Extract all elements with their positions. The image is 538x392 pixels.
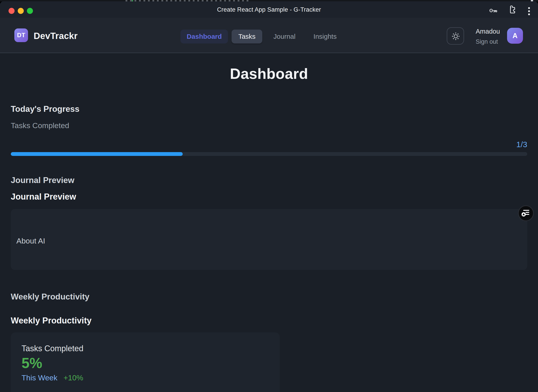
avatar[interactable]: A bbox=[507, 28, 523, 44]
stat-period: This Week bbox=[22, 373, 57, 382]
journal-section-heading: Journal Preview bbox=[11, 176, 74, 185]
progress-label: Tasks Completed bbox=[11, 121, 69, 130]
app-header: DT DevTrackr Dashboard Tasks Journal Ins… bbox=[0, 18, 538, 53]
minimize-window-button[interactable] bbox=[18, 8, 24, 14]
browser-menu-icon[interactable] bbox=[527, 7, 531, 16]
password-key-icon[interactable] bbox=[489, 8, 498, 14]
page-title: Dashboard bbox=[0, 65, 538, 82]
stat-delta: +10% bbox=[63, 373, 83, 382]
screen: Create React App Sample - G-Tracker DT bbox=[0, 0, 538, 392]
app-logo: DT bbox=[14, 28, 28, 42]
user-name: Amadou bbox=[476, 28, 500, 35]
close-window-button[interactable] bbox=[9, 8, 14, 14]
titlebar: Create React App Sample - G-Tracker bbox=[0, 1, 538, 18]
progress-section-heading: Today's Progress bbox=[11, 104, 79, 114]
productivity-section-heading: Weekly Productivity bbox=[11, 292, 90, 302]
sign-out-link[interactable]: Sign out bbox=[476, 38, 498, 45]
stat-value: 5% bbox=[22, 355, 42, 371]
extensions-icon[interactable] bbox=[507, 6, 516, 15]
productivity-title: Weekly Productivity bbox=[11, 316, 91, 326]
stat-meta-row: This Week +10% bbox=[22, 373, 83, 382]
progress-bar bbox=[11, 152, 527, 156]
journal-preview-title: Journal Preview bbox=[11, 192, 76, 202]
app-name: DevTrackr bbox=[34, 31, 78, 41]
journal-preview-card: About AI bbox=[11, 209, 527, 270]
accessibility-widget-button[interactable] bbox=[518, 205, 534, 221]
productivity-stat-card: Tasks Completed 5% This Week +10% bbox=[11, 332, 280, 392]
tab-journal[interactable]: Journal bbox=[270, 30, 299, 43]
progress-count: 1/3 bbox=[516, 140, 527, 149]
zoom-window-button[interactable] bbox=[27, 8, 33, 14]
stat-label: Tasks Completed bbox=[22, 344, 83, 353]
theme-toggle-button[interactable] bbox=[447, 27, 464, 45]
progress-fill bbox=[11, 152, 183, 156]
window-title: Create React App Sample - G-Tracker bbox=[0, 1, 538, 18]
journal-entry-text: About AI bbox=[16, 237, 45, 245]
tab-insights[interactable]: Insights bbox=[310, 30, 340, 43]
browser-window: Create React App Sample - G-Tracker DT bbox=[0, 1, 538, 392]
tab-tasks[interactable]: Tasks bbox=[231, 30, 262, 43]
tab-dashboard[interactable]: Dashboard bbox=[180, 30, 228, 43]
main-content: Dashboard Today's Progress Tasks Complet… bbox=[0, 54, 538, 392]
